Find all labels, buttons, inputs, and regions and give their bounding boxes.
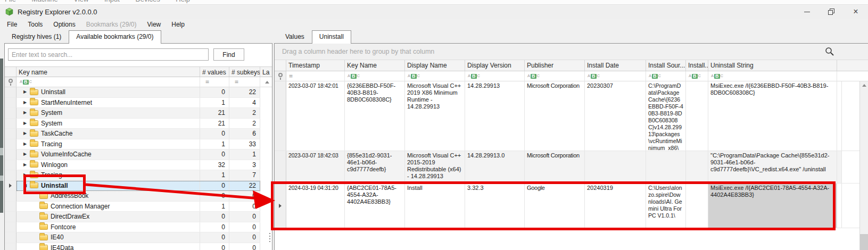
vm-menu-view[interactable]: View <box>73 0 88 3</box>
install-source-cell[interactable]: C:\ProgramData\Package Cache\{6236EBBD-F… <box>646 81 686 151</box>
tree-row[interactable]: Fontcore00 <box>5 222 272 233</box>
tree-row[interactable]: ▶System212 <box>5 108 272 119</box>
search-input[interactable] <box>8 48 209 61</box>
timestamp-cell[interactable]: 2023-03-07 18:42:01 <box>286 81 345 151</box>
tree-row[interactable]: ▶Tracing17 <box>5 170 272 181</box>
tree-row[interactable]: ▶VolumeInfoCache01 <box>5 149 272 160</box>
grid-filter-cell[interactable]: ABC <box>646 71 686 81</box>
filter-pin-icon[interactable] <box>9 79 13 83</box>
install-date-cell[interactable] <box>585 151 646 183</box>
tree-row[interactable]: ◢Uninstall022 <box>5 181 272 191</box>
filter-pin-icon[interactable] <box>278 73 283 77</box>
grid-header-uninstall-string[interactable]: Uninstall String <box>708 60 837 71</box>
expand-arrow-icon[interactable]: ◢ <box>23 184 30 188</box>
tree-row[interactable]: DirectDrawEx00 <box>5 212 272 222</box>
expand-arrow-icon[interactable]: ▶ <box>23 163 30 167</box>
close-button[interactable]: × <box>844 5 868 19</box>
tree-row[interactable]: ▶Uninstall022 <box>5 87 272 98</box>
menu-options[interactable]: Options <box>48 19 80 30</box>
grid-header-display-version[interactable]: Display Version <box>465 60 525 71</box>
publisher-cell[interactable]: Google <box>525 184 585 228</box>
key-name-cell[interactable]: {6236EBBD-F50F-40B3-B819-8DB0C608308C} <box>345 81 405 151</box>
vm-menu-input[interactable]: Input <box>104 0 120 3</box>
grid-header-key-name[interactable]: Key Name <box>345 60 405 71</box>
key-name-cell[interactable]: {ABC2CE01-78A5-4554-A32A-4402A4E83BB3} <box>345 184 405 228</box>
panel-splitter-grip[interactable] <box>269 233 270 243</box>
expand-arrow-icon[interactable]: ▶ <box>23 142 30 146</box>
tree-header-values[interactable]: # values <box>200 67 229 77</box>
scroll-up-icon[interactable] <box>862 84 866 87</box>
grid-filter-cell[interactable]: ABC <box>405 71 465 81</box>
grid-filter-cell[interactable]: ABC <box>465 71 525 81</box>
display-name-cell[interactable]: Microsoft Visual C++ 2019 X86 Minimum Ru… <box>405 81 465 151</box>
tab-available-bookmarks[interactable]: Available bookmarks (29/0) <box>69 30 161 44</box>
grid-vertical-scrollbar[interactable] <box>859 81 868 250</box>
timestamp-cell[interactable]: 2024-03-19 04:31:20 <box>286 184 345 228</box>
display-version-cell[interactable]: 14.28.29913 <box>465 81 525 151</box>
grid-row[interactable]: 2024-03-19 04:31:20{ABC2CE01-78A5-4554-A… <box>275 184 868 228</box>
expand-arrow-icon[interactable]: ▶ <box>23 131 30 136</box>
tree-row[interactable]: ▶StartMenuInternet14 <box>5 98 272 109</box>
expand-arrow-icon[interactable]: ▶ <box>23 90 30 94</box>
expand-arrow-icon[interactable]: ▶ <box>23 173 30 177</box>
expand-arrow-icon[interactable]: ▶ <box>23 152 30 156</box>
tree-row[interactable]: IE4Data00 <box>5 243 272 250</box>
tree-row[interactable]: Connection Manager10 <box>5 202 272 212</box>
tree-header-last-write[interactable]: La <box>260 67 272 77</box>
menu-view[interactable]: View <box>142 19 166 30</box>
grid-filter-cell[interactable]: ABC <box>345 71 405 81</box>
grid-filter-cell[interactable]: ABC <box>708 71 837 81</box>
vm-menu-file[interactable]: File <box>5 0 16 3</box>
display-version-cell[interactable]: 3.32.3 <box>465 184 525 228</box>
grid-header-install-source[interactable]: Install Sour... <box>646 60 686 71</box>
grid-header-timestamp[interactable]: Timestamp <box>286 60 345 71</box>
display-name-cell[interactable]: Microsoft Visual C++ 2015-2019 Redistrib… <box>405 151 465 183</box>
tab-registry-hives[interactable]: Registry hives (1) <box>4 30 69 43</box>
tab-values[interactable]: Values <box>278 30 312 43</box>
vm-menu-machine[interactable]: Machine <box>32 0 58 3</box>
install-date-cell[interactable]: 20240319 <box>585 184 646 228</box>
tree-header-subkeys[interactable]: # subkeys <box>229 67 260 77</box>
tree-row[interactable]: ▶Winlogon323 <box>5 160 272 171</box>
tree-row[interactable]: ▶System212 <box>5 119 272 129</box>
expand-arrow-icon[interactable]: ▶ <box>23 101 30 105</box>
tree-filter-key-name[interactable]: ABC <box>16 77 200 87</box>
grid-header-install-location[interactable]: Install... <box>686 60 708 71</box>
menu-tools[interactable]: Tools <box>22 19 48 30</box>
tree-header-key-name[interactable]: Key name <box>16 67 200 77</box>
find-button[interactable]: Find <box>213 48 244 61</box>
install-location-cell[interactable] <box>686 81 708 151</box>
restore-button[interactable] <box>819 5 844 19</box>
tree-row[interactable]: ▶Tracing133 <box>5 139 272 150</box>
publisher-cell[interactable]: Microsoft Corporation <box>525 151 585 183</box>
tab-uninstall[interactable]: Uninstall <box>312 30 351 44</box>
install-source-cell[interactable] <box>646 151 686 183</box>
grid-filter-cell[interactable]: ABC <box>585 71 646 81</box>
publisher-cell[interactable]: Microsoft Corporation <box>525 81 585 151</box>
grid-header-publisher[interactable]: Publisher <box>525 60 585 71</box>
menu-help[interactable]: Help <box>166 19 190 30</box>
vm-menu-help[interactable]: Help <box>176 0 190 3</box>
minimize-button[interactable] <box>795 5 819 19</box>
grid-row[interactable]: 2023-03-07 18:42:01{6236EBBD-F50F-40B3-B… <box>275 81 868 151</box>
uninstall-string-cell[interactable]: MsiExec.exe /I{6236EBBD-F50F-40B3-B819-8… <box>708 81 837 151</box>
tree-scroll-up-icon[interactable] <box>265 81 269 84</box>
install-location-cell[interactable] <box>686 151 708 183</box>
grid-filter-cell[interactable]: ABC <box>686 71 708 81</box>
expand-arrow-icon[interactable]: ▶ <box>23 121 30 126</box>
scrollbar-thumb[interactable] <box>860 234 868 250</box>
grid-header-display-name[interactable]: Display Name <box>405 60 465 71</box>
grid-row[interactable]: 2023-03-07 18:42:03{855e31d2-9031-46e1-b… <box>275 151 868 184</box>
install-date-cell[interactable]: 20230307 <box>585 81 646 151</box>
search-icon[interactable] <box>825 47 834 56</box>
uninstall-string-cell[interactable]: MsiExec.exe /I{ABC2CE01-78A5-4554-A32A-4… <box>708 184 837 228</box>
vm-menu-devices[interactable]: Devices <box>135 0 160 3</box>
grid-filter-cell[interactable]: ABC <box>525 71 585 81</box>
install-location-cell[interactable] <box>686 184 708 228</box>
display-version-cell[interactable]: 14.28.29913.0 <box>465 151 525 183</box>
uninstall-string-cell[interactable]: "C:\ProgramData\Package Cache\{855e31d2-… <box>708 151 837 183</box>
tree-filter-subkeys[interactable]: = <box>229 77 260 87</box>
tree-filter-values[interactable]: = <box>200 77 229 87</box>
tree-row[interactable]: ▶TaskCache06 <box>5 129 272 139</box>
tree-row[interactable]: AddressBook00 <box>5 191 272 202</box>
